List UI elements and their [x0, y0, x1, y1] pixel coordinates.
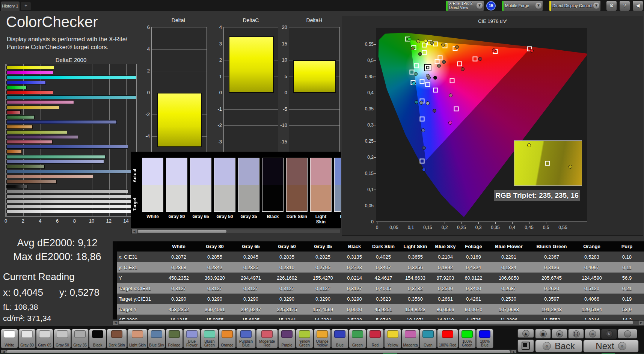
- meter-count-badge[interactable]: 15: [486, 1, 496, 11]
- table-cell: 86,0566: [432, 304, 459, 315]
- deltae-bar-cyan: [6, 95, 137, 99]
- cie-measured-marker: [433, 76, 437, 80]
- display-control-dropdown[interactable]: Direct Display Control ▼: [549, 0, 601, 11]
- extra-button[interactable]: [618, 329, 637, 339]
- max-de2000-value: Max dE2000: 18,86: [0, 251, 115, 263]
- pattern-button-label: Moderate Red: [259, 338, 275, 348]
- pattern-button-blue-sky[interactable]: Blue Sky: [148, 329, 165, 348]
- table-column-header: Gray 65: [233, 241, 269, 252]
- pattern-button-gray-35[interactable]: Gray 35: [71, 329, 89, 348]
- pattern-button-purple[interactable]: Purple: [278, 329, 296, 348]
- pattern-button-blue-flower[interactable]: Blue Flower: [183, 329, 201, 348]
- deltaL-chart: DeltaL6420-2-4-6: [137, 17, 207, 162]
- table-row-label: y: CIE31: [117, 262, 161, 273]
- table-column-header: Foliage: [459, 241, 488, 252]
- x-tick-label: 12: [103, 218, 115, 224]
- range-button[interactable]: [-]: [568, 329, 584, 339]
- back-icon: «: [543, 342, 551, 350]
- back-button[interactable]: « Back: [535, 340, 582, 352]
- pattern-button-yellow-green[interactable]: Yellow Green: [296, 329, 313, 348]
- deltaH-plot: [289, 27, 340, 158]
- cie-y-tick: [374, 77, 376, 77]
- pattern-button-magenta[interactable]: Magenta: [402, 329, 419, 348]
- pattern-button-moderate-red[interactable]: Moderate Red: [256, 329, 278, 348]
- swatch-label: Black: [262, 214, 284, 219]
- cie-measured-marker: [416, 39, 420, 43]
- y-tick-label: 3: [209, 41, 222, 47]
- loop-button[interactable]: ∞: [585, 329, 600, 339]
- meter-dropdown[interactable]: X-Rite i1Pro 2Direct View ▼: [446, 0, 484, 11]
- scroll-left-icon[interactable]: ◀: [113, 321, 118, 325]
- tab-history-1[interactable]: History 1: [1, 2, 20, 11]
- pattern-button-100-green[interactable]: 100% Green: [458, 329, 476, 348]
- pattern-button-dark-skin[interactable]: Dark Skin: [107, 329, 127, 348]
- swatch-scrollbar-thumb[interactable]: [138, 230, 226, 233]
- pattern-button-label: Purple: [282, 338, 293, 348]
- stop-button[interactable]: ■: [535, 329, 551, 339]
- pattern-button-orange[interactable]: Orange: [219, 329, 236, 348]
- y-tick-label: -10: [274, 122, 287, 128]
- pattern-button-black[interactable]: Black: [89, 329, 106, 348]
- swatch-label: Blue: [334, 214, 341, 219]
- reading-cd-value: cd/m²: 371,34: [3, 314, 51, 323]
- pattern-button-bluish-green[interactable]: Bluish Green: [201, 329, 218, 348]
- play-button[interactable]: ▶: [552, 329, 567, 339]
- gear-icon[interactable]: ⚙: [606, 0, 617, 11]
- pattern-button-label: 100% Green: [462, 338, 472, 348]
- expand-patterns-button[interactable]: ▲: [517, 329, 534, 338]
- pattern-button-gray-80[interactable]: Gray 80: [18, 329, 36, 348]
- pattern-button-green[interactable]: Green: [349, 329, 366, 348]
- pattern-button-gray-50[interactable]: Gray 50: [54, 329, 71, 348]
- window-pattern-button[interactable]: [517, 339, 534, 352]
- swatch-label: White: [142, 214, 163, 219]
- cie-x-tick-label: 0,4: [504, 225, 520, 230]
- pattern-button-100-blue[interactable]: 100% Blue: [476, 329, 493, 348]
- pattern-button-label: Blue: [336, 338, 344, 348]
- table-scrollbar[interactable]: ◀ ▶: [113, 320, 644, 325]
- pattern-button-foliage[interactable]: Foliage: [166, 329, 183, 348]
- table-cell: 0,3135: [341, 252, 368, 262]
- pattern-button-label: 100% Red: [439, 338, 457, 348]
- table-cell: 0,3290: [341, 294, 368, 304]
- table-cell: 60,8122: [459, 273, 488, 283]
- table-cell: 294,4971: [233, 273, 269, 283]
- y-tick-label: -5: [274, 106, 287, 112]
- deltaC-plot: [223, 27, 278, 158]
- table-cell: 0,2620: [529, 283, 574, 294]
- help-icon[interactable]: ?: [619, 0, 630, 11]
- next-button[interactable]: Next »: [583, 340, 639, 352]
- collapse-panel-icon[interactable]: ◀: [632, 0, 643, 11]
- pattern-button-yellow[interactable]: Yellow: [384, 329, 401, 348]
- table-scrollbar-thumb[interactable]: [119, 321, 633, 324]
- pattern-button-light-skin[interactable]: Light Skin: [127, 329, 148, 348]
- pattern-button-white[interactable]: White: [1, 329, 18, 348]
- cie-y-tick: [374, 93, 376, 93]
- scroll-right-icon[interactable]: ▶: [639, 321, 644, 325]
- stop-icon: ■: [540, 330, 547, 337]
- pattern-button-100-red[interactable]: 100% Red: [437, 329, 458, 348]
- extra-icon: [624, 330, 631, 337]
- top-controls: X-Rite i1Pro 2Direct View ▼ 15 Mobile Fo…: [446, 0, 643, 11]
- pattern-button-gray-65[interactable]: Gray 65: [36, 329, 53, 348]
- pattern-button-red[interactable]: Red: [366, 329, 384, 348]
- swatch-panel-scrollbar[interactable]: ◀: [131, 229, 340, 234]
- source-dropdown[interactable]: Mobile Forge ▼: [502, 0, 543, 11]
- deltae-bar-gray-65: [6, 199, 137, 203]
- scroll-left-icon[interactable]: ◀: [132, 229, 137, 233]
- pattern-button-blue[interactable]: Blue: [331, 329, 348, 348]
- swatch-compare-panel: Actual Target WhiteGray 80Gray 65Gray 50…: [131, 152, 341, 228]
- cie-target-marker: [449, 78, 454, 83]
- pattern-button-cyan[interactable]: Cyan: [419, 329, 437, 348]
- deltaC-title: DeltaC: [209, 17, 278, 25]
- cie-x-tick: [478, 222, 479, 224]
- table-column-header: Purp: [610, 241, 644, 252]
- table-column-header: Black: [341, 241, 368, 252]
- cie-target-marker: [419, 79, 424, 84]
- table-cell: 45,9251: [368, 304, 399, 315]
- add-tab-button[interactable]: +: [21, 2, 31, 10]
- refresh-button[interactable]: ↻: [601, 329, 617, 339]
- pattern-color-chip: [334, 330, 345, 338]
- pattern-button-purplish-blue[interactable]: Purplish Blue: [236, 329, 256, 348]
- deltae-bar-orange: [6, 150, 22, 154]
- pattern-button-orange-yellow[interactable]: Orange Yellow: [314, 329, 331, 348]
